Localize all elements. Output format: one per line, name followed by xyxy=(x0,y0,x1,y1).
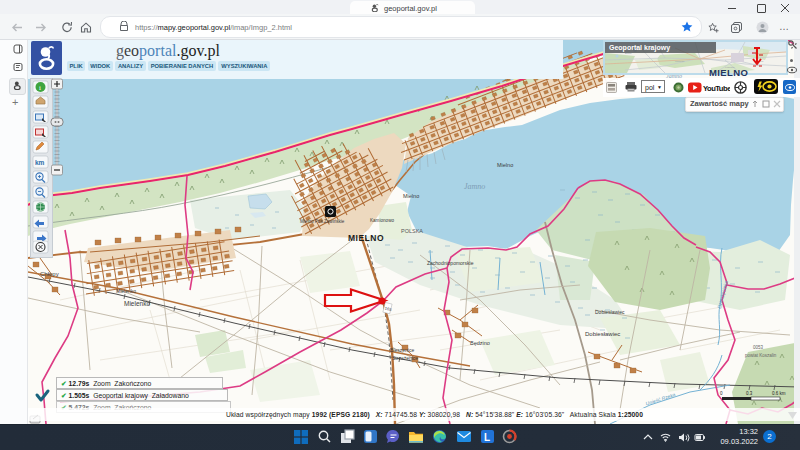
svg-text:powiat Koszalin: powiat Koszalin xyxy=(745,353,777,358)
svg-text:Mielenko: Mielenko xyxy=(116,288,136,294)
svg-text:0.3: 0.3 xyxy=(746,391,753,396)
svg-text:Mielno Pos.Zawińskie: Mielno Pos.Zawińskie xyxy=(300,219,345,224)
svg-text:L: L xyxy=(484,432,490,443)
svg-text:YouTube: YouTube xyxy=(703,84,730,93)
svg-text:0.6 km: 0.6 km xyxy=(772,391,786,396)
svg-text:Manowo: Manowo xyxy=(675,60,685,63)
svg-text:Mielenko: Mielenko xyxy=(124,300,150,307)
svg-text:POLSKA: POLSKA xyxy=(401,228,423,234)
svg-text:Mielno: Mielno xyxy=(403,193,419,199)
svg-text:Będzino: Będzino xyxy=(470,340,490,346)
svg-text:Jamno: Jamno xyxy=(464,182,485,191)
svg-text:0053: 0053 xyxy=(753,345,764,350)
svg-text:MIELNO: MIELNO xyxy=(348,233,384,243)
svg-text:i: i xyxy=(39,84,41,92)
svg-text:Błeszenice: Błeszenice xyxy=(390,347,414,353)
svg-text:Dobiesławiec: Dobiesławiec xyxy=(595,309,625,315)
svg-text:Zachodniopomorskie: Zachodniopomorskie xyxy=(427,260,474,266)
svg-text:km: km xyxy=(35,159,45,166)
svg-text:Mielno: Mielno xyxy=(497,162,513,168)
svg-text:Strzeżenice: Strzeżenice xyxy=(392,355,418,361)
svg-text:Kamionowo: Kamionowo xyxy=(370,218,394,223)
svg-text:Chłopy: Chłopy xyxy=(40,271,59,277)
svg-text:Dobiesławiec: Dobiesławiec xyxy=(585,331,620,337)
